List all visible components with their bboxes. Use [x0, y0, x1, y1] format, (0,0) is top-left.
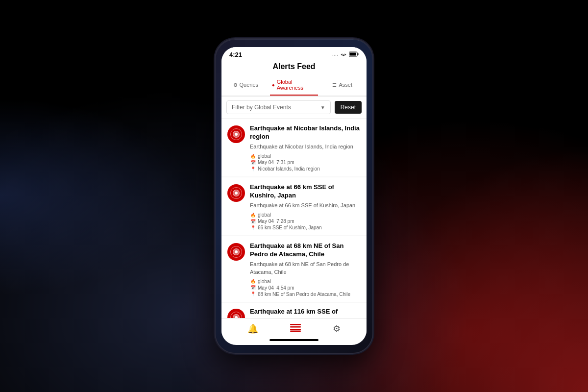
list-item-partial[interactable]: Earthquake at 116 km SSE of [221, 303, 367, 318]
alert-meta: 🔥 global 📅 May 04 7:28 pm 📍 66 km SSE of… [250, 212, 361, 230]
seismic-dot [235, 316, 238, 318]
svg-rect-4 [290, 326, 301, 328]
date-label: May 04 7:28 pm [258, 219, 294, 224]
alert-content: Earthquake at Nicobar Islands, India reg… [250, 124, 361, 172]
date-label: May 04 4:54 pm [258, 285, 294, 291]
tab-global-awareness-label: Global Awareness [277, 79, 317, 91]
tabs-bar: ⚙ Queries ● Global Awareness ☰ Asset [221, 75, 367, 96]
seismic-dot [235, 250, 238, 253]
meta-location-row: 📍 68 km NE of San Pedro de Atacama, Chil… [250, 292, 361, 297]
home-indicator [270, 339, 318, 341]
nav-notifications[interactable]: 🔔 [247, 323, 258, 334]
alert-title: Earthquake at 68 km NE of San Pedro de A… [250, 242, 361, 259]
filter-select[interactable]: Filter by Global Events ▼ [226, 100, 331, 114]
status-icons: ···· [332, 51, 359, 58]
scope-label: global [258, 279, 271, 284]
phone-device: 4:21 ···· [216, 39, 372, 353]
alert-content: Earthquake at 68 km NE of San Pedro de A… [250, 242, 361, 297]
location-pin-icon: 📍 [250, 225, 256, 230]
meta-scope-row: 🔥 global [250, 279, 361, 284]
bell-icon: 🔔 [247, 323, 258, 334]
scope-icon: 🔥 [250, 154, 256, 159]
alert-content: Earthquake at 116 km SSE of [250, 308, 361, 318]
svg-rect-1 [358, 53, 359, 55]
list-icon [290, 324, 301, 334]
tab-queries-label: Queries [240, 82, 259, 88]
svg-rect-6 [290, 330, 301, 332]
tab-asset-label: Asset [339, 82, 352, 88]
list-item[interactable]: Earthquake at 68 km NE of San Pedro de A… [221, 236, 367, 302]
alert-icon-wrap [227, 243, 245, 261]
app-title: Alerts Feed [221, 62, 367, 75]
alert-meta: 🔥 global 📅 May 04 7:31 pm 📍 Nicobar Isla… [250, 153, 361, 172]
location-pin-icon: 📍 [250, 167, 256, 172]
location-pin-icon: 📍 [250, 292, 256, 296]
reset-button[interactable]: Reset [335, 101, 362, 114]
alert-title-partial: Earthquake at 116 km SSE of [250, 308, 361, 316]
wifi-icon [340, 52, 347, 58]
meta-date-row: 📅 May 04 7:28 pm [250, 219, 361, 224]
gear-icon: ⚙ [333, 323, 341, 334]
location-label: Nicobar Islands, India region [258, 166, 320, 172]
chevron-down-icon: ▼ [320, 105, 325, 110]
svg-rect-2 [350, 53, 356, 56]
background-red-glow [343, 147, 588, 392]
location-label: 66 km SSE of Kushiro, Japan [258, 225, 322, 230]
meta-scope-row: 🔥 global [250, 153, 361, 159]
meta-location-row: 📍 Nicobar Islands, India region [250, 166, 361, 172]
filter-placeholder: Filter by Global Events [232, 104, 291, 111]
earthquake-icon [227, 184, 245, 202]
status-time: 4:21 [229, 51, 242, 58]
meta-location-row: 📍 66 km SSE of Kushiro, Japan [250, 225, 361, 230]
alert-description: Earthquake at Nicobar Islands, India reg… [250, 143, 361, 150]
alert-title: Earthquake at 66 km SSE of Kushiro, Japa… [250, 183, 361, 200]
seismic-dot [235, 133, 238, 136]
svg-rect-3 [290, 324, 301, 325]
filter-row: Filter by Global Events ▼ Reset [221, 97, 367, 119]
alert-content: Earthquake at 66 km SSE of Kushiro, Japa… [250, 183, 361, 230]
asset-icon: ☰ [332, 82, 337, 88]
svg-rect-5 [290, 329, 301, 330]
alert-icon-wrap [227, 184, 245, 202]
calendar-icon: 📅 [250, 160, 256, 165]
nav-alerts-feed[interactable] [290, 324, 301, 334]
earthquake-icon [227, 243, 245, 261]
phone-screen: 4:21 ···· [221, 47, 367, 345]
earthquake-icon [227, 309, 245, 318]
alert-description: Earthquake at 66 km SSE of Kushiro, Japa… [250, 202, 361, 209]
scope-label: global [258, 153, 271, 159]
date-label: May 04 7:31 pm [258, 160, 294, 165]
seismic-dot [235, 192, 238, 195]
list-item[interactable]: Earthquake at Nicobar Islands, India reg… [221, 119, 367, 176]
battery-icon [349, 51, 359, 58]
alert-description: Earthquake at 68 km NE of San Pedro de A… [250, 261, 361, 276]
status-bar: 4:21 ···· [221, 47, 367, 60]
scope-icon: 🔥 [250, 279, 256, 284]
earthquake-icon [227, 125, 245, 143]
scope-icon: 🔥 [250, 213, 256, 218]
alert-title: Earthquake at Nicobar Islands, India reg… [250, 124, 361, 141]
alert-meta: 🔥 global 📅 May 04 4:54 pm 📍 68 km NE of … [250, 279, 361, 297]
app-header: Alerts Feed ⚙ Queries ● Global Awareness… [221, 60, 367, 97]
tab-queries[interactable]: ⚙ Queries [221, 78, 270, 93]
alert-icon-wrap [227, 125, 245, 143]
filter-icon: ⚙ [233, 82, 238, 88]
tab-global-awareness[interactable]: ● Global Awareness [270, 75, 318, 96]
scope-label: global [258, 212, 271, 218]
nav-settings[interactable]: ⚙ [333, 323, 341, 334]
bottom-nav: 🔔 ⚙ [221, 318, 367, 339]
alert-icon-wrap [227, 309, 245, 318]
calendar-icon: 📅 [250, 219, 256, 224]
meta-date-row: 📅 May 04 7:31 pm [250, 160, 361, 165]
calendar-icon: 📅 [250, 285, 256, 290]
alert-list: Earthquake at Nicobar Islands, India reg… [221, 119, 367, 318]
signal-dots-icon: ···· [332, 52, 338, 58]
location-label: 68 km NE of San Pedro de Atacama, Chile [258, 292, 350, 297]
tab-asset[interactable]: ☰ Asset [318, 78, 367, 93]
globe-icon: ● [272, 82, 275, 88]
background-blue-glow [0, 98, 196, 294]
meta-scope-row: 🔥 global [250, 212, 361, 218]
list-item[interactable]: Earthquake at 66 km SSE of Kushiro, Japa… [221, 177, 367, 235]
meta-date-row: 📅 May 04 4:54 pm [250, 285, 361, 291]
